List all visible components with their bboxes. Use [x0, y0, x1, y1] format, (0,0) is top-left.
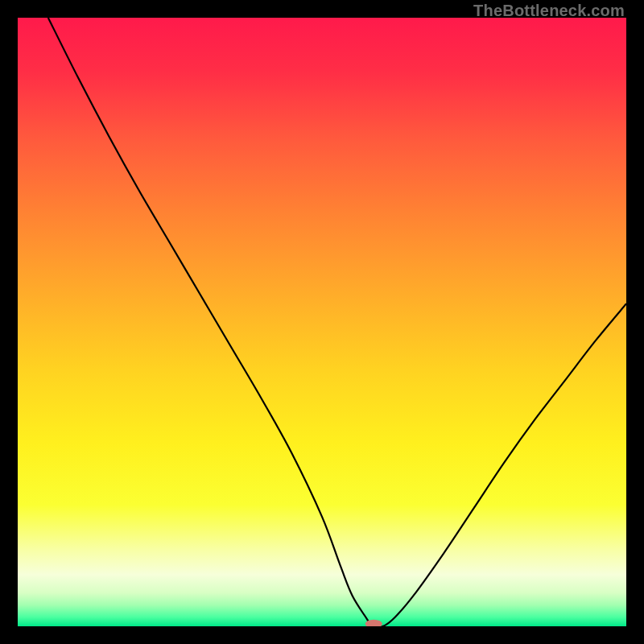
watermark-text: TheBottleneck.com: [473, 2, 625, 20]
bottleneck-chart: [18, 18, 626, 626]
chart-frame: [18, 18, 626, 626]
gradient-background: [18, 18, 626, 626]
